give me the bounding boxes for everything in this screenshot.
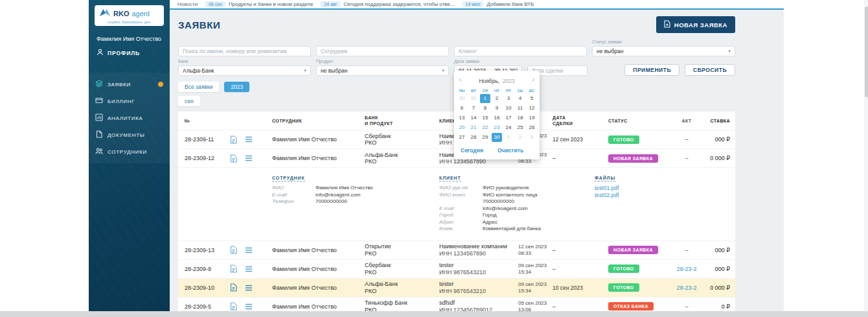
act-link[interactable]: 28-23-2 — [676, 266, 696, 272]
file-icon[interactable] — [230, 283, 237, 292]
reset-button[interactable]: СБРОСИТЬ — [685, 64, 735, 76]
table-row[interactable]: 28-2309-5 Фамилия Имя Отчество Тинькофф … — [178, 297, 735, 312]
calendar-day[interactable]: 3 — [503, 94, 514, 103]
bank-filter-label: Банк — [178, 59, 311, 64]
tab-year-2023[interactable]: 2023 — [224, 82, 249, 92]
calendar-day[interactable]: 2 — [515, 133, 525, 142]
calendar-day[interactable]: 21 — [468, 123, 479, 132]
file-icon[interactable] — [230, 246, 237, 254]
tab-month-sep[interactable]: сен — [178, 96, 200, 106]
cell-deal-date: – — [553, 303, 598, 310]
news-item[interactable]: 24 авг Сегодня поддержка задержится, что… — [321, 1, 454, 7]
calendar-day[interactable]: 27 — [457, 133, 467, 142]
calendar-day[interactable]: 7 — [468, 104, 479, 113]
calendar-day[interactable]: 12 — [527, 104, 537, 113]
calendar-day[interactable]: 30 — [457, 94, 467, 103]
cell-request-number: 28-2309-11 — [178, 136, 223, 143]
cell-employee: Фамилия Имя Отчество — [272, 247, 365, 253]
file-icon[interactable] — [230, 302, 237, 311]
calendar-day[interactable]: 6 — [457, 104, 467, 113]
calendar-today-link[interactable]: Сегодня — [461, 147, 483, 154]
calendar-day[interactable]: 31 — [468, 94, 479, 103]
cell-act: – — [669, 303, 704, 310]
request-detail-panel: СОТРУДНИК ФИОФамилия Имя Отчество E-mail… — [178, 167, 735, 241]
calendar-day[interactable]: 18 — [515, 113, 525, 123]
calendar-day[interactable]: 16 — [492, 113, 502, 123]
employee-filter-input[interactable] — [316, 46, 449, 56]
sidebar-item-requests[interactable]: ЗАЯВКИ — [89, 76, 170, 93]
calendar-day[interactable]: 9 — [492, 104, 502, 113]
sidebar-item-billing[interactable]: БИЛЛИНГ — [89, 93, 170, 110]
calendar-day[interactable]: 1 — [480, 94, 490, 103]
calendar-day[interactable]: 20 — [457, 123, 467, 132]
calendar-day[interactable]: 22 — [480, 123, 490, 132]
calendar-day[interactable]: 29 — [480, 133, 490, 142]
menu-icon[interactable] — [245, 285, 253, 291]
table-row[interactable]: 28-2309-9 Фамилия Имя Отчество СбербанкР… — [178, 259, 735, 278]
search-input[interactable] — [178, 46, 311, 56]
calendar-day[interactable]: 13 — [457, 113, 467, 123]
cell-rate: 000 ₽ — [704, 266, 735, 272]
calendar-day[interactable]: 4 — [515, 94, 525, 103]
calendar-day[interactable]: 8 — [480, 104, 490, 113]
calendar-day[interactable]: 26 — [527, 123, 537, 132]
client-filter-input[interactable] — [454, 46, 587, 56]
app-window: RKO agent сервис банковских дел Фамилия … — [89, 0, 784, 311]
status-badge: НОВАЯ ЗАЯВКА — [608, 154, 658, 163]
logo[interactable]: RKO agent сервис банковских дел — [95, 5, 164, 26]
calendar-day[interactable]: 17 — [503, 113, 514, 123]
file-icon[interactable] — [230, 264, 237, 273]
sidebar-item-documents[interactable]: ДОКУМЕНТЫ — [89, 126, 170, 143]
cell-request-number: 28-2309-13 — [178, 247, 223, 253]
scrollbar-thumb[interactable] — [865, 6, 868, 97]
cell-client: testerИНН 9876543210 — [439, 262, 518, 276]
tab-all-requests[interactable]: Все заявки — [178, 82, 219, 92]
calendar-day[interactable]: 14 — [468, 113, 479, 123]
table-row[interactable]: 28-2309-13 Фамилия Имя Отчество Открытие… — [178, 241, 735, 259]
cell-client: sdfsdfИНН 123456789012 — [439, 299, 518, 311]
calendar-day[interactable]: 25 — [515, 123, 525, 132]
calendar-day[interactable]: 5 — [527, 94, 537, 103]
file-link[interactable]: test02.pdf — [595, 192, 735, 199]
act-link[interactable]: 28-23-2 — [676, 285, 696, 291]
calendar-next-button[interactable]: › — [532, 76, 534, 83]
apply-button[interactable]: ПРИМЕНИТЬ — [624, 64, 680, 76]
page-scrollbar[interactable] — [864, 0, 868, 311]
cell-request-number: 28-2309-5 — [178, 303, 223, 310]
menu-icon[interactable] — [245, 247, 253, 253]
product-filter-select[interactable]: не выбран ▾ — [316, 65, 449, 76]
calendar-day[interactable]: 1 — [503, 133, 514, 142]
menu-icon[interactable] — [245, 155, 253, 161]
calendar-day[interactable]: 24 — [503, 123, 514, 132]
detail-client-title: КЛИЕНТ — [439, 176, 461, 182]
sidebar-item-profile[interactable]: ПРОФИЛЬ — [97, 49, 162, 57]
calendar-day[interactable]: 3 — [527, 133, 537, 142]
table-row[interactable]: 28-2309-10 Фамилия Имя Отчество Альфа-Ба… — [178, 278, 735, 297]
calendar-clear-link[interactable]: Очистить — [497, 147, 523, 154]
calendar-prev-button[interactable]: ‹ — [459, 76, 461, 83]
calendar-day[interactable]: 28 — [468, 133, 479, 142]
file-link[interactable]: test01.pdf — [595, 185, 735, 192]
cell-request-number: 28-2309-9 — [178, 266, 223, 272]
status-filter-select[interactable]: не выбран ▾ — [592, 46, 735, 56]
news-item[interactable]: 06 сен Продукты и банки в новом разделе — [205, 1, 313, 7]
calendar-day[interactable]: 11 — [515, 104, 525, 113]
calendar-day[interactable]: 30 — [492, 133, 502, 142]
sidebar-item-employees[interactable]: СОТРУДНИКИ — [89, 143, 170, 160]
cell-deal-date: – — [553, 266, 598, 272]
calendar-day[interactable]: 23 — [492, 123, 502, 132]
calendar-day[interactable]: 15 — [480, 113, 490, 123]
cell-bank-product: СбербанкРКО — [365, 262, 439, 276]
bank-filter-select[interactable]: Альфа-Банк ▾ — [178, 65, 311, 76]
file-icon[interactable] — [230, 154, 237, 163]
calendar-day[interactable]: 2 — [492, 94, 502, 103]
menu-icon[interactable] — [245, 266, 253, 272]
calendar-day[interactable]: 10 — [503, 104, 514, 113]
sidebar-item-analytics[interactable]: АНАЛИТИКА — [89, 110, 170, 126]
menu-icon[interactable] — [245, 136, 253, 143]
menu-icon[interactable] — [245, 303, 253, 310]
file-icon[interactable] — [230, 135, 237, 144]
new-request-button[interactable]: НОВАЯ ЗАЯВКА — [656, 16, 735, 33]
calendar-day[interactable]: 19 — [527, 113, 537, 123]
news-item[interactable]: 14 июл Добавили банк ВТБ — [463, 1, 534, 7]
